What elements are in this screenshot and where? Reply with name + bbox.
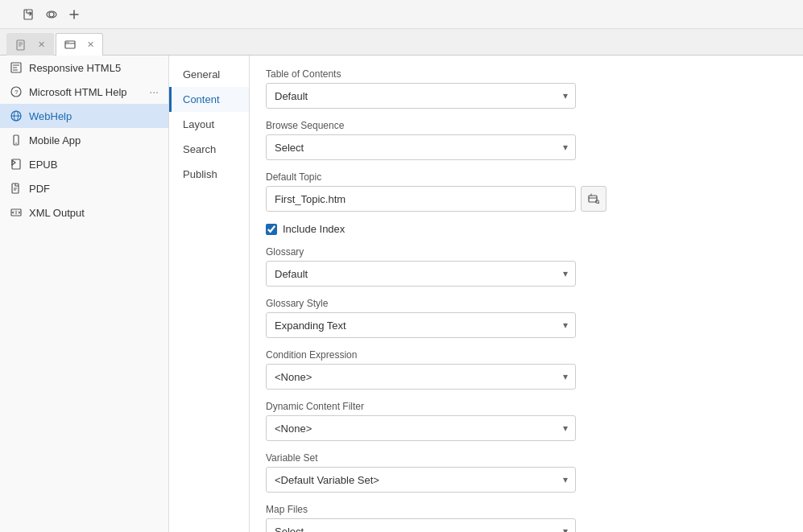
condition-expression-select[interactable]: <None>Custom <box>266 364 576 390</box>
sidebar: Responsive HTML5?Microsoft HTML Help···W… <box>0 56 169 532</box>
glossary-select[interactable]: DefaultNoneCustom <box>266 261 576 287</box>
sidebar-item-mobile-app[interactable]: Mobile App <box>0 128 168 152</box>
browse-sequence-label: Browse Sequence <box>266 120 787 131</box>
nav-item-search[interactable]: Search <box>169 137 249 162</box>
table-of-contents-select-wrapper: DefaultCustomNone <box>266 83 576 109</box>
table-of-contents-select[interactable]: DefaultCustomNone <box>266 83 576 109</box>
table-of-contents-label: Table of Contents <box>266 68 787 80</box>
sidebar-item-responsive-html5[interactable]: Responsive HTML5 <box>0 56 168 80</box>
map-files-select-wrapper: SelectNoneCustom <box>266 518 576 532</box>
default-topic-row <box>266 186 787 212</box>
map-files-label: Map Files <box>266 504 787 515</box>
xml-icon <box>10 206 23 219</box>
sidebar-item-label-mobile-app: Mobile App <box>29 134 159 146</box>
svg-text:?: ? <box>14 89 19 96</box>
field-group-table-of-contents: Table of ContentsDefaultCustomNone <box>266 68 787 109</box>
default-topic-browse-button[interactable] <box>581 186 606 212</box>
tab-webhelp[interactable]: ✕ <box>56 33 103 56</box>
sidebar-item-microsoft-html-help[interactable]: ?Microsoft HTML Help··· <box>0 80 168 104</box>
browse-sequence-select[interactable]: SelectDefaultNone <box>266 134 576 160</box>
tab-webhelp-close[interactable]: ✕ <box>87 39 94 50</box>
svg-rect-3 <box>17 40 24 50</box>
glossary-style-label: Glossary Style <box>266 298 787 309</box>
sidebar-item-label-microsoft-html-help: Microsoft HTML Help <box>29 86 143 98</box>
condition-expression-select-wrapper: <None>Custom <box>266 364 576 390</box>
preview-icon[interactable] <box>42 5 61 24</box>
export-icon[interactable] <box>19 5 39 24</box>
variable-set-label: Variable Set <box>266 452 787 464</box>
svg-point-5 <box>66 41 67 42</box>
dynamic-content-filter-select-wrapper: <None>Custom <box>266 415 576 441</box>
sidebar-item-label-pdf: PDF <box>29 183 159 195</box>
field-group-condition-expression: Condition Expression<None>Custom <box>266 349 787 390</box>
main-layout: Responsive HTML5?Microsoft HTML Help···W… <box>0 56 803 532</box>
field-group-default-topic: Default Topic <box>266 171 787 212</box>
default-topic-input[interactable] <box>266 186 576 212</box>
nav-item-content[interactable]: Content <box>169 87 249 112</box>
glossary-style-select[interactable]: Expanding TextPopupInline <box>266 312 576 338</box>
glossary-label: Glossary <box>266 246 787 258</box>
glossary-style-select-wrapper: Expanding TextPopupInline <box>266 312 576 338</box>
variable-set-select[interactable]: <Default Variable Set>Custom <box>266 467 576 493</box>
field-group-glossary: GlossaryDefaultNoneCustom <box>266 246 787 287</box>
tab-cepm-default[interactable]: ✕ <box>6 33 54 56</box>
sidebar-item-label-webhelp: WebHelp <box>29 110 159 122</box>
tabs-bar: ✕ ✕ <box>0 29 803 56</box>
html5-icon <box>10 61 23 74</box>
sidebar-item-webhelp[interactable]: WebHelp <box>0 104 168 128</box>
sidebar-item-pdf[interactable]: PDF <box>0 176 168 200</box>
condition-expression-label: Condition Expression <box>266 349 787 361</box>
sidebar-item-more-microsoft-html-help[interactable]: ··· <box>149 85 159 98</box>
dynamic-content-filter-select[interactable]: <None>Custom <box>266 415 576 441</box>
nav-item-layout[interactable]: Layout <box>169 112 249 137</box>
svg-point-13 <box>15 142 17 144</box>
content-area: Table of ContentsDefaultCustomNoneBrowse… <box>250 56 803 532</box>
edit-icon <box>10 158 23 171</box>
help-icon: ? <box>10 85 23 98</box>
sidebar-item-label-xml-output: XML Output <box>29 207 159 219</box>
svg-point-6 <box>68 41 68 42</box>
include-index-label: Include Index <box>283 223 345 235</box>
variable-set-select-wrapper: <Default Variable Set>Custom <box>266 467 576 493</box>
middle-nav: GeneralContentLayoutSearchPublish <box>169 56 250 532</box>
field-include-index: Include Index <box>266 223 787 235</box>
default-topic-label: Default Topic <box>266 171 787 183</box>
globe-icon <box>10 109 23 122</box>
field-group-dynamic-content-filter: Dynamic Content Filter<None>Custom <box>266 401 787 441</box>
sidebar-item-label-responsive-html5: Responsive HTML5 <box>29 62 159 74</box>
nav-item-publish[interactable]: Publish <box>169 162 249 187</box>
glossary-select-wrapper: DefaultNoneCustom <box>266 261 576 287</box>
sidebar-item-label-epub: EPUB <box>29 159 159 171</box>
sidebar-item-epub[interactable]: EPUB <box>0 152 168 176</box>
svg-point-1 <box>49 12 54 17</box>
field-group-variable-set: Variable Set<Default Variable Set>Custom <box>266 452 787 493</box>
field-group-browse-sequence: Browse SequenceSelectDefaultNone <box>266 120 787 160</box>
sidebar-item-xml-output[interactable]: XML Output <box>0 200 168 225</box>
map-files-select[interactable]: SelectNoneCustom <box>266 518 576 532</box>
field-group-map-files: Map FilesSelectNoneCustom <box>266 504 787 532</box>
include-index-checkbox[interactable] <box>266 224 277 235</box>
field-group-glossary-style: Glossary StyleExpanding TextPopupInline <box>266 298 787 338</box>
mobile-icon <box>10 134 23 146</box>
nav-item-general[interactable]: General <box>169 62 249 87</box>
add-icon[interactable] <box>64 5 84 24</box>
pdf-icon <box>10 182 23 195</box>
dynamic-content-filter-label: Dynamic Content Filter <box>266 401 787 412</box>
tab-cepm-close[interactable]: ✕ <box>38 39 45 50</box>
top-bar <box>0 0 803 29</box>
browse-sequence-select-wrapper: SelectDefaultNone <box>266 134 576 160</box>
